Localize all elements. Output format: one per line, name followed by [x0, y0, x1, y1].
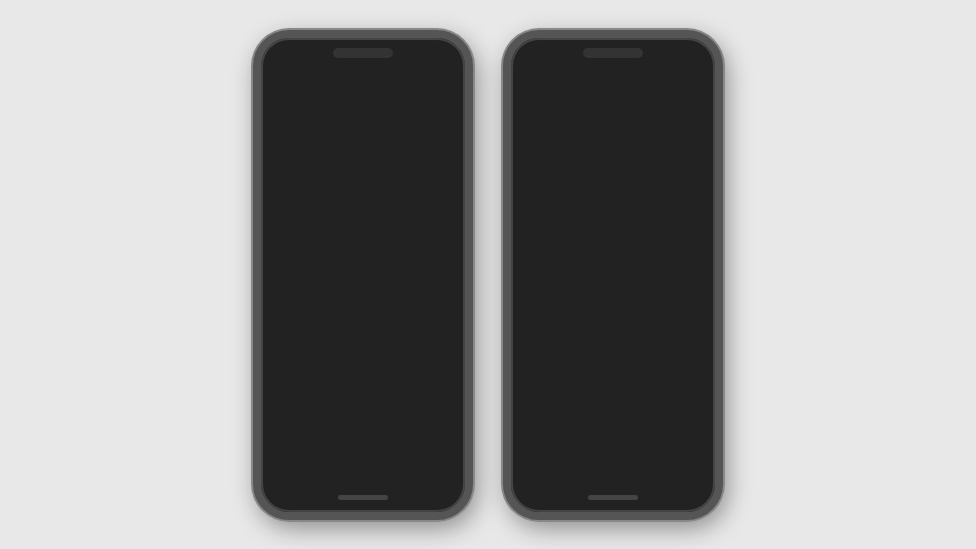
picker-mins-minus3: 0	[363, 241, 453, 269]
picker-hours-plus3: 3	[273, 409, 363, 437]
right-phone: Block All Websites All websites › Block …	[503, 30, 723, 520]
left-phone-content: Blocklists Social Media › Devices None ›…	[261, 88, 465, 512]
picker-mins-plus3: 6	[363, 409, 453, 437]
list-separator	[511, 332, 715, 352]
picker-hours-plus1: 1	[273, 353, 363, 381]
blocklists-label: Blocklists	[275, 98, 329, 113]
picker-mins-minus2: 1	[363, 269, 453, 297]
picker-hours-selected: 0 hours	[273, 325, 363, 353]
blocklist-label-2: Social Media	[525, 185, 599, 200]
blocklist-value-text-3: 2 blocks	[650, 225, 694, 239]
blocklist-section: Block All Websites All websites › Block …	[511, 78, 715, 332]
picker-hours-minus2: 1	[273, 269, 363, 297]
blocklist-label-0: Block All Websites	[525, 90, 631, 120]
blocklist-chevron-0: ›	[697, 98, 701, 112]
hours-column: 0 1 2 0 hours 1 2 3	[273, 241, 363, 437]
blocklist-value-text-2: 6 blocks	[650, 185, 694, 199]
mins-column: 0 1 2 3 min 4 5 6	[363, 241, 453, 437]
picker-mins-minus1: 2	[363, 297, 453, 325]
devices-row[interactable]: Devices None ›	[261, 124, 465, 160]
blocklist-label-4: Games	[525, 265, 567, 280]
blocklist-row-4[interactable]: Games 10 blocks ›	[511, 253, 715, 293]
blocklists-value-text: Social Media	[370, 98, 444, 113]
right-phone-screen: Block All Websites All websites › Block …	[511, 38, 715, 512]
left-phone: Blocklists Social Media › Devices None ›…	[253, 30, 473, 520]
blocklist-row-0[interactable]: Block All Websites All websites ›	[511, 78, 715, 133]
blocklist-value-text-4: 10 blocks	[643, 265, 694, 279]
start-button-wrapper: start	[261, 456, 465, 512]
devices-chevron: ›	[447, 134, 451, 148]
blocklist-chevron-3: ›	[697, 225, 701, 239]
blocklist-value-3: 2 blocks ›	[650, 225, 701, 239]
devices-value: None ›	[413, 134, 451, 149]
blocklist-chevron-4: ›	[697, 265, 701, 279]
blocklist-value-text-5: 4 blocks	[650, 305, 694, 319]
devices-label: Devices	[275, 134, 321, 149]
picker-mins-plus1: 4	[363, 353, 453, 381]
blocklists-value: Social Media ›	[370, 98, 451, 113]
blocklist-value-4: 10 blocks ›	[643, 265, 701, 279]
picker-mins-plus2: 5	[363, 381, 453, 409]
blocklist-value-0: All websites ›	[631, 91, 701, 119]
blocklist-value-text-0: All websites	[631, 91, 694, 119]
blocklist-row-3[interactable]: News 2 blocks ›	[511, 213, 715, 253]
blocklist-label-5: Major Distractions	[525, 305, 629, 320]
time-picker[interactable]: 0 1 2 0 hours 1 2 3 0 1 2 3 min 4	[273, 222, 453, 456]
left-phone-screen: Blocklists Social Media › Devices None ›…	[261, 38, 465, 512]
blocklist-value-text-1: 1 block	[656, 145, 694, 159]
devices-value-text: None	[413, 134, 444, 149]
add-blocklist-button[interactable]: Add a blocklist	[511, 352, 715, 391]
blocklist-row-1[interactable]: Block Apps 1 block ›	[511, 133, 715, 173]
segment-end-time[interactable]: End Time	[363, 172, 451, 212]
picker-columns: 0 1 2 0 hours 1 2 3 0 1 2 3 min 4	[273, 241, 453, 437]
blocklist-label-3: News	[525, 225, 558, 240]
blocklist-value-2: 6 blocks ›	[650, 185, 701, 199]
picker-hours-plus2: 2	[273, 381, 363, 409]
blocklist-row-5[interactable]: Major Distractions 4 blocks ›	[511, 293, 715, 332]
picker-hours-minus3: 0	[273, 241, 363, 269]
start-button[interactable]: start	[273, 464, 453, 502]
picker-hours-minus1: 2	[273, 297, 363, 325]
blocklists-chevron: ›	[447, 98, 451, 112]
segment-control: Session Length End Time	[273, 170, 453, 214]
picker-mins-selected: 3 min	[363, 325, 453, 353]
blocklist-label-1: Block Apps	[525, 145, 589, 160]
blocklist-chevron-5: ›	[697, 305, 701, 319]
blocklist-value-1: 1 block ›	[656, 145, 701, 159]
segment-session-length[interactable]: Session Length	[275, 172, 363, 212]
blocklist-value-5: 4 blocks ›	[650, 305, 701, 319]
green-header	[261, 38, 465, 88]
blocklist-row-2[interactable]: Social Media 6 blocks ›	[511, 173, 715, 213]
blocklists-row[interactable]: Blocklists Social Media ›	[261, 88, 465, 124]
right-phone-top-bar	[511, 38, 715, 78]
blocklist-chevron-1: ›	[697, 145, 701, 159]
blocklist-chevron-2: ›	[697, 185, 701, 199]
